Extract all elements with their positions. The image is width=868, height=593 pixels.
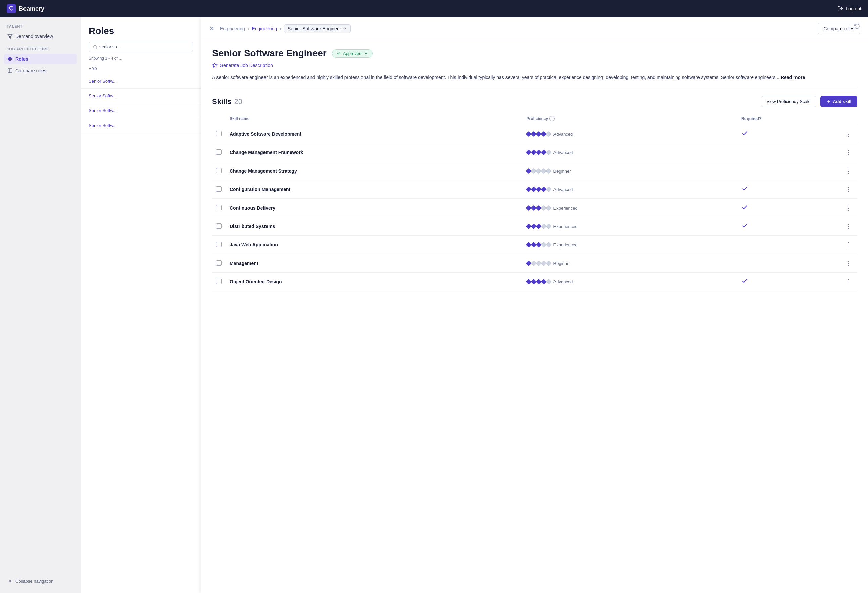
skill-more-button[interactable]: ⋮	[843, 148, 853, 157]
skill-more-button[interactable]: ⋮	[843, 277, 853, 286]
sidebar-item-roles[interactable]: Roles	[4, 54, 77, 65]
breadcrumb-engineering-2[interactable]: Engineering	[252, 26, 277, 31]
row-checkbox-cell	[212, 162, 226, 180]
job-architecture-section-label: JOB ARCHITECTURE	[4, 47, 77, 51]
detail-panel: ✕ Engineering › Engineering › Senior Sof…	[201, 18, 868, 593]
diamond-empty	[546, 150, 552, 155]
list-item[interactable]: Senior Softw...	[81, 89, 201, 104]
top-navigation: Beamery Log out	[0, 0, 868, 18]
diamond-filled	[541, 187, 546, 192]
diamond-empty	[546, 187, 552, 192]
add-skill-button[interactable]: Add skill	[820, 96, 857, 107]
role-title-row: Senior Software Engineer Approved	[212, 48, 857, 59]
search-input[interactable]	[99, 44, 189, 49]
diamond-filled	[526, 187, 531, 192]
more-cell: ⋮	[839, 143, 857, 162]
skill-name-cell: Configuration Management	[226, 180, 523, 199]
skill-more-button[interactable]: ⋮	[843, 259, 853, 268]
skill-more-button[interactable]: ⋮	[843, 240, 853, 249]
svg-marker-11	[213, 63, 217, 68]
skill-checkbox[interactable]	[216, 223, 221, 229]
required-cell	[737, 236, 839, 254]
skill-checkbox[interactable]	[216, 205, 221, 210]
more-cell: ⋮	[839, 162, 857, 180]
diamond-filled	[541, 150, 546, 155]
row-checkbox-cell	[212, 273, 226, 291]
skill-more-button[interactable]: ⋮	[843, 204, 853, 212]
proficiency-cell: Advanced	[523, 125, 738, 143]
list-item[interactable]: Senior Softw...	[81, 104, 201, 118]
skill-checkbox[interactable]	[216, 168, 221, 173]
table-row: Configuration ManagementAdvanced⋮	[212, 180, 857, 199]
role-description: A senior software engineer is an experie…	[212, 74, 857, 81]
skills-actions: View Proficiency Scale Add skill	[761, 96, 857, 107]
breadcrumb-separator-2: ›	[280, 26, 281, 31]
skill-checkbox[interactable]	[216, 186, 221, 192]
required-checkmark	[741, 205, 748, 212]
skill-checkbox[interactable]	[216, 279, 221, 284]
diamond-filled	[536, 150, 542, 155]
row-checkbox-cell	[212, 199, 226, 217]
proficiency-label: Experienced	[554, 243, 578, 247]
close-button[interactable]: ✕	[210, 25, 214, 31]
approved-label: Approved	[343, 51, 362, 56]
logout-button[interactable]: Log out	[837, 6, 861, 12]
breadcrumb-current[interactable]: Senior Software Engineer	[284, 24, 351, 33]
diamond-empty	[536, 168, 542, 174]
diamond-filled	[536, 131, 542, 137]
proficiency-label: Beginner	[554, 261, 571, 266]
collapse-nav-icon	[7, 578, 13, 584]
skill-name-cell: Management	[226, 254, 523, 273]
row-checkbox-cell	[212, 125, 226, 143]
proficiency-info-icon[interactable]: i	[549, 116, 555, 121]
roles-panel-title: Roles	[81, 25, 201, 41]
diamond-filled	[536, 205, 542, 211]
generate-job-description-button[interactable]: Generate Job Description	[212, 63, 857, 68]
svg-rect-3	[8, 57, 10, 59]
diamond-empty	[546, 205, 552, 211]
skill-name-cell: Adaptive Software Development	[226, 125, 523, 143]
skill-name: Adaptive Software Development	[230, 131, 301, 137]
view-proficiency-scale-button[interactable]: View Proficiency Scale	[761, 96, 816, 107]
row-checkbox-cell	[212, 217, 226, 236]
table-row: Change Management StrategyBeginner⋮	[212, 162, 857, 180]
roles-list: Senior Softw... Senior Softw... Senior S…	[81, 74, 201, 133]
skill-checkbox[interactable]	[216, 260, 221, 266]
main-container: TALENT Demand overview JOB ARCHITECTURE …	[0, 18, 868, 593]
breadcrumb-engineering-1[interactable]: Engineering	[220, 26, 245, 31]
more-cell: ⋮	[839, 254, 857, 273]
skill-more-button[interactable]: ⋮	[843, 222, 853, 231]
skill-more-button[interactable]: ⋮	[843, 167, 853, 175]
proficiency-cell: Beginner	[523, 162, 738, 180]
role-title: Senior Software Engineer	[212, 48, 326, 59]
skills-header: Skills 20 View Proficiency Scale Add ski…	[212, 96, 857, 107]
breadcrumb-separator-1: ›	[248, 26, 249, 31]
read-more-link[interactable]: Read more	[781, 74, 805, 80]
search-box[interactable]	[89, 41, 193, 52]
row-checkbox-cell	[212, 254, 226, 273]
proficiency-diamonds	[527, 151, 551, 154]
skill-checkbox[interactable]	[216, 149, 221, 155]
select-all-header	[212, 112, 226, 125]
role-column-header: Role	[89, 66, 97, 71]
list-item[interactable]: Senior Softw...	[81, 74, 201, 89]
skill-more-button[interactable]: ⋮	[843, 130, 853, 138]
skills-table-body: Adaptive Software DevelopmentAdvanced⋮Ch…	[212, 125, 857, 291]
diamond-filled	[541, 279, 546, 285]
sidebar-item-demand-overview[interactable]: Demand overview	[4, 31, 77, 41]
generate-job-description-label: Generate Job Description	[220, 63, 273, 68]
svg-rect-5	[8, 59, 10, 61]
approved-badge[interactable]: Approved	[332, 49, 373, 58]
more-cell: ⋮	[839, 236, 857, 254]
skill-name: Java Web Application	[230, 242, 278, 247]
skill-more-button[interactable]: ⋮	[843, 185, 853, 194]
collapse-navigation-button[interactable]: Collapse navigation	[4, 575, 77, 586]
content-area: Roles Showing 1 - 4 of ... Role Senior S…	[81, 18, 868, 593]
diamond-filled	[526, 279, 531, 285]
proficiency-cell: Experienced	[523, 236, 738, 254]
skill-checkbox[interactable]	[216, 131, 221, 136]
sidebar-item-compare-roles[interactable]: Compare roles	[4, 65, 77, 76]
skill-checkbox[interactable]	[216, 242, 221, 247]
svg-marker-2	[8, 34, 12, 38]
list-item[interactable]: Senior Softw...	[81, 118, 201, 133]
